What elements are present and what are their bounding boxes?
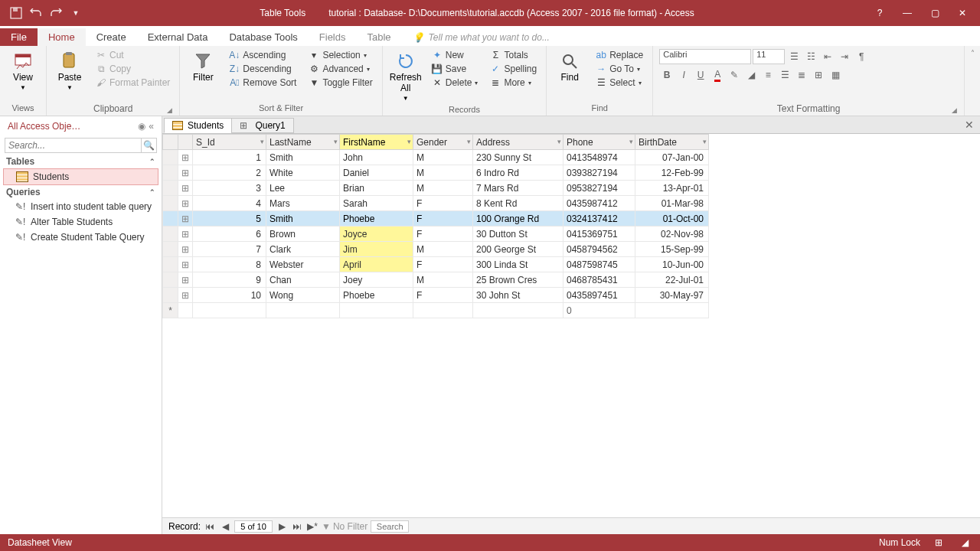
data-cell[interactable]: 10-Jun-00	[635, 257, 709, 272]
data-cell[interactable]: 15-Sep-99	[635, 242, 709, 257]
view-button[interactable]: View ▼	[6, 49, 40, 94]
data-cell[interactable]: Daniel	[340, 165, 413, 181]
text-direction-icon[interactable]: ¶	[854, 49, 869, 64]
data-cell[interactable]: Joyce	[340, 227, 413, 242]
tab-fields[interactable]: Fields	[309, 28, 357, 46]
minimize-icon[interactable]: —	[900, 6, 914, 20]
data-cell[interactable]: 02-Nov-98	[635, 227, 709, 242]
data-cell[interactable]: 01-Mar-98	[635, 196, 709, 211]
data-cell[interactable]: 0487598745	[564, 257, 635, 272]
column-dropdown-icon[interactable]: ▾	[467, 138, 471, 145]
data-cell[interactable]: M	[413, 150, 473, 165]
data-cell[interactable]: 200 George St	[473, 242, 564, 257]
data-cell[interactable]: Clark	[266, 242, 340, 257]
new-record-row[interactable]: *0	[163, 303, 709, 318]
align-left-button[interactable]: ≡	[760, 67, 776, 83]
tab-database-tools[interactable]: Database Tools	[218, 28, 308, 46]
data-cell[interactable]: Smith	[266, 150, 340, 165]
data-cell[interactable]: 300 Linda St	[473, 257, 564, 272]
nav-item-create-query[interactable]: ✎!Create Student Table Query	[0, 230, 162, 245]
nav-search-input[interactable]	[5, 138, 142, 153]
row-selector[interactable]	[163, 196, 178, 211]
save-record-button[interactable]: 💾Save	[429, 63, 482, 75]
data-cell[interactable]: 7 Mars Rd	[473, 181, 564, 196]
data-cell[interactable]: 12-Feb-99	[635, 165, 709, 181]
expand-cell[interactable]: ⊞	[178, 272, 193, 288]
data-cell[interactable]: 2	[193, 165, 266, 181]
data-cell[interactable]: 6	[193, 227, 266, 242]
close-document-icon[interactable]: ✕	[959, 117, 980, 132]
cut-button[interactable]: ✂Cut	[93, 49, 173, 61]
tab-create[interactable]: Create	[86, 28, 137, 46]
nav-section-tables[interactable]: Tables⌃	[0, 155, 162, 168]
data-cell[interactable]: Webster	[266, 257, 340, 272]
selection-button[interactable]: ▾Selection▾	[305, 49, 375, 61]
data-cell[interactable]: Sarah	[340, 196, 413, 211]
more-button[interactable]: ≣More▾	[487, 77, 540, 89]
data-cell[interactable]: 0413548974	[564, 150, 635, 165]
nav-item-insert-query[interactable]: ✎!Insert into student table query	[0, 199, 162, 214]
expand-cell[interactable]: ⊞	[178, 211, 193, 227]
column-dropdown-icon[interactable]: ▾	[629, 138, 633, 145]
data-cell[interactable]: F	[413, 196, 473, 211]
data-cell[interactable]: F	[413, 211, 473, 227]
align-center-button[interactable]: ☰	[777, 67, 792, 83]
filter-button[interactable]: Filter	[186, 49, 220, 86]
row-selector[interactable]	[163, 242, 178, 257]
data-cell[interactable]: Phoebe	[340, 288, 413, 303]
data-cell[interactable]: Chan	[266, 272, 340, 288]
expand-cell[interactable]: ⊞	[178, 288, 193, 303]
close-icon[interactable]: ✕	[956, 6, 969, 20]
copy-button[interactable]: ⧉Copy	[93, 63, 173, 75]
column-header[interactable]: Gender▾	[413, 135, 473, 150]
expand-cell[interactable]: ⊞	[178, 227, 193, 242]
ascending-button[interactable]: A↓Ascending	[226, 49, 299, 61]
data-cell[interactable]: 3	[193, 181, 266, 196]
bullets-icon[interactable]: ☰	[786, 49, 802, 64]
table-row[interactable]: ⊞9ChanJoeyM25 Brown Cres046878543122-Jul…	[163, 272, 709, 288]
nav-item-alter-query[interactable]: ✎!Alter Table Students	[0, 214, 162, 230]
data-cell[interactable]: Phoebe	[340, 211, 413, 227]
data-cell[interactable]: F	[413, 257, 473, 272]
data-cell[interactable]: 0415369751	[564, 227, 635, 242]
datasheet-view-button[interactable]: ⊞	[931, 536, 946, 549]
data-cell[interactable]: M	[413, 181, 473, 196]
data-cell[interactable]: 7	[193, 242, 266, 257]
remove-sort-button[interactable]: A⃠Remove Sort	[226, 77, 299, 89]
new-record-button[interactable]: ▶*	[306, 520, 318, 533]
nav-header[interactable]: All Access Obje… ◉«	[0, 116, 162, 136]
font-name-select[interactable]: Calibri	[659, 49, 751, 64]
design-view-button[interactable]: ◢	[957, 536, 972, 549]
record-search-input[interactable]	[371, 520, 409, 533]
table-row[interactable]: ⊞4MarsSarahF8 Kent Rd043598741201-Mar-98	[163, 196, 709, 211]
expand-cell[interactable]: ⊞	[178, 196, 193, 211]
find-button[interactable]: Find	[553, 49, 586, 86]
row-selector[interactable]	[163, 211, 178, 227]
row-selector[interactable]	[163, 227, 178, 242]
maximize-icon[interactable]: ▢	[928, 6, 942, 20]
last-record-button[interactable]: ⏭	[291, 520, 303, 533]
totals-button[interactable]: ΣTotals	[487, 49, 540, 61]
descending-button[interactable]: Z↓Descending	[226, 63, 299, 75]
table-row[interactable]: ⊞8WebsterAprilF300 Linda St048759874510-…	[163, 257, 709, 272]
numbering-icon[interactable]: ☷	[803, 49, 818, 64]
data-cell[interactable]: 07-Jan-00	[635, 150, 709, 165]
data-cell[interactable]: April	[340, 257, 413, 272]
data-cell[interactable]: Mars	[266, 196, 340, 211]
align-right-button[interactable]: ≣	[794, 67, 809, 83]
data-cell[interactable]: Joey	[340, 272, 413, 288]
data-cell[interactable]: 10	[193, 288, 266, 303]
help-icon[interactable]: ?	[873, 6, 887, 20]
row-selector[interactable]	[163, 257, 178, 272]
data-cell[interactable]: 01-Oct-00	[635, 211, 709, 227]
no-filter-label[interactable]: ▼No Filter	[322, 521, 368, 532]
data-cell[interactable]: 0	[564, 303, 635, 318]
data-cell[interactable]: 0393827194	[564, 165, 635, 181]
data-cell[interactable]: Brown	[266, 227, 340, 242]
data-cell[interactable]: 0435897451	[564, 288, 635, 303]
select-all-cell[interactable]	[163, 135, 178, 150]
nav-item-students[interactable]: Students	[3, 168, 158, 185]
data-cell[interactable]: 0324137412	[564, 211, 635, 227]
data-cell[interactable]: White	[266, 165, 340, 181]
column-header[interactable]: S_Id▾	[193, 135, 266, 150]
